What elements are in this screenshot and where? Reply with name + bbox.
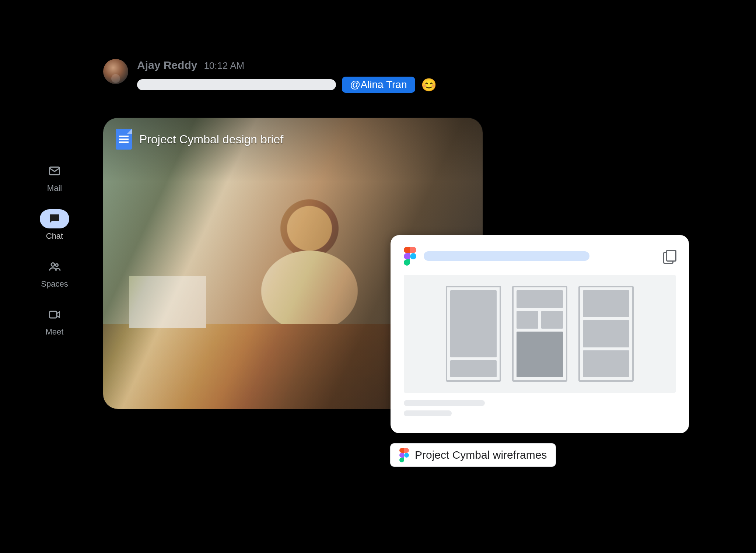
nav-label: Mail [47,183,62,193]
wireframe-frame [578,286,634,382]
google-docs-icon [116,129,132,150]
sender-avatar[interactable] [103,59,128,84]
message-timestamp: 10:12 AM [204,60,244,71]
message-body: @Alina Tran 😊 [137,77,437,93]
svg-point-1 [51,263,55,266]
figma-meta-placeholder [404,400,676,416]
message-text-placeholder [137,79,336,90]
figma-preview-card[interactable] [391,235,689,433]
nav-chat[interactable]: Chat [40,209,69,241]
nav-label: Meet [46,327,64,337]
figma-icon [404,247,416,265]
figma-canvas-preview [404,275,676,393]
nav-spaces[interactable]: Spaces [40,257,69,289]
nav-label: Spaces [41,279,68,289]
mail-icon [40,161,69,181]
svg-rect-3 [50,311,57,318]
figma-chip-label: Project Cymbal wireframes [415,449,547,461]
attachment-doc-title: Project Cymbal design brief [139,133,283,146]
emoji-smile: 😊 [421,77,437,92]
meet-icon [40,305,69,324]
figma-title-placeholder [424,251,589,261]
app-sidebar: Mail Chat Spaces Meet [32,161,77,337]
sender-name: Ajay Reddy [137,59,197,71]
figma-file-chip[interactable]: Project Cymbal wireframes [391,444,556,466]
chat-icon [40,209,69,228]
svg-point-2 [55,264,58,266]
nav-meet[interactable]: Meet [40,305,69,337]
wireframe-frame [512,286,567,382]
copy-icon[interactable] [663,250,676,262]
nav-label: Chat [46,231,63,241]
figma-icon [399,448,409,462]
nav-mail[interactable]: Mail [40,161,69,193]
chat-message: Ajay Reddy 10:12 AM @Alina Tran 😊 [103,59,437,93]
wireframe-frame [446,286,501,382]
spaces-icon [40,257,69,276]
mention-chip[interactable]: @Alina Tran [342,77,415,93]
